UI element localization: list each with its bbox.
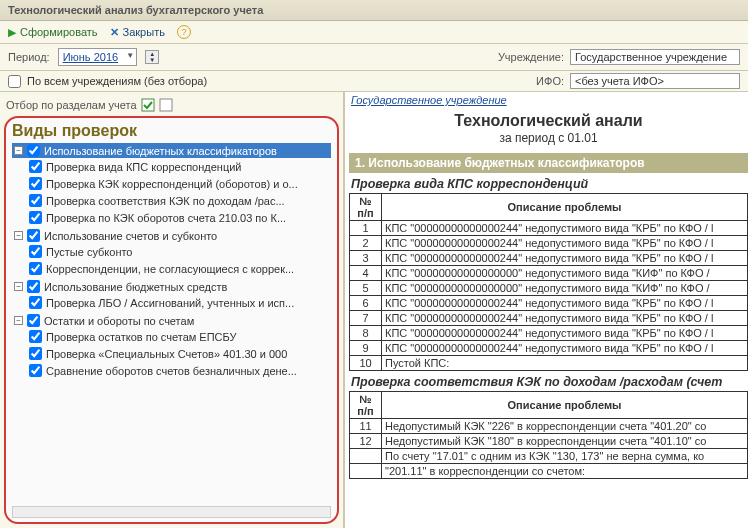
sidebar: Отбор по разделам учета Виды проверок −И…	[0, 92, 345, 528]
org-link[interactable]: Государственное учреждение	[349, 92, 748, 108]
item-checkbox[interactable]	[29, 364, 42, 377]
table-row: 6КПС "00000000000000244" недопустимого в…	[350, 296, 748, 311]
form-button-label: Сформировать	[20, 26, 98, 38]
table2: № п/п Описание проблемы 11Недопустимый К…	[349, 391, 748, 479]
tree-item[interactable]: Проверка соответствия КЭК по доходам /ра…	[26, 193, 331, 208]
cell-desc: Недопустимый КЭК "180" в корреспонденции…	[382, 434, 748, 449]
tree: −Использование бюджетных классификаторов…	[12, 142, 331, 380]
table-row: 5КПС "00000000000000000" недопустимого в…	[350, 281, 748, 296]
tree-item[interactable]: Пустые субконто	[26, 244, 331, 259]
window-title: Технологический анализ бухгалтерского уч…	[0, 0, 748, 21]
item-checkbox[interactable]	[29, 245, 42, 258]
item-checkbox[interactable]	[29, 211, 42, 224]
down-icon[interactable]: ▼	[146, 57, 158, 63]
collapse-icon[interactable]: −	[14, 282, 23, 291]
item-checkbox[interactable]	[29, 296, 42, 309]
cell-num: 7	[350, 311, 382, 326]
item-checkbox[interactable]	[29, 347, 42, 360]
group-checkbox[interactable]	[27, 280, 40, 293]
cell-desc: КПС "00000000000000244" недопустимого ви…	[382, 296, 748, 311]
group-label: Остатки и обороты по счетам	[44, 315, 194, 327]
table-row: 10Пустой КПС:	[350, 356, 748, 371]
tree-group[interactable]: −Использование бюджетных классификаторов	[12, 143, 331, 158]
filter-row: По всем учреждениям (без отбора) ИФО: <б…	[0, 71, 748, 92]
period-stepper[interactable]: ▲ ▼	[145, 50, 159, 64]
org-input[interactable]: Государственное учреждение	[570, 49, 740, 65]
item-checkbox[interactable]	[29, 262, 42, 275]
tree-item[interactable]: Проверка КЭК корреспонденций (оборотов) …	[26, 176, 331, 191]
cell-desc: Недопустимый КЭК "226" в корреспонденции…	[382, 419, 748, 434]
item-checkbox[interactable]	[29, 177, 42, 190]
cell-num: 4	[350, 266, 382, 281]
table-row: 12Недопустимый КЭК "180" в корреспонденц…	[350, 434, 748, 449]
tree-item[interactable]: Проверка ЛБО / Ассигнований, учтенных и …	[26, 295, 331, 310]
cell-desc: "201.11" в корреспонденции со счетом:	[382, 464, 748, 479]
close-button-label: Закрыть	[123, 26, 165, 38]
dropdown-icon: ▼	[126, 51, 134, 60]
item-label: Проверка вида КПС корреспонденций	[46, 161, 241, 173]
table-row: 9КПС "00000000000000244" недопустимого в…	[350, 341, 748, 356]
collapse-icon[interactable]: −	[14, 316, 23, 325]
table-row: По счету "17.01" с одним из КЭК "130, 17…	[350, 449, 748, 464]
tree-container: Виды проверок −Использование бюджетных к…	[4, 116, 339, 524]
close-button[interactable]: ✕ Закрыть	[110, 26, 165, 39]
table-row: 8КПС "00000000000000244" недопустимого в…	[350, 326, 748, 341]
cell-num: 2	[350, 236, 382, 251]
item-label: Корреспонденции, не согласующиеся с корр…	[46, 263, 294, 275]
cell-num: 12	[350, 434, 382, 449]
collapse-icon[interactable]: −	[14, 231, 23, 240]
table-row: "201.11" в корреспонденции со счетом:	[350, 464, 748, 479]
all-orgs-label: По всем учреждениям (без отбора)	[27, 75, 207, 87]
check-all-icon[interactable]	[141, 98, 155, 112]
table2-caption: Проверка соответствия КЭК по доходам /ра…	[349, 371, 748, 391]
section-header: 1. Использование бюджетных классификатор…	[349, 153, 748, 173]
tree-group[interactable]: −Использование бюджетных средств	[12, 279, 331, 294]
cell-desc: КПС "00000000000000244" недопустимого ви…	[382, 326, 748, 341]
item-checkbox[interactable]	[29, 160, 42, 173]
tree-item[interactable]: Проверка остатков по счетам ЕПСБУ	[26, 329, 331, 344]
item-label: Проверка соответствия КЭК по доходам /ра…	[46, 195, 285, 207]
cell-desc: КПС "00000000000000244" недопустимого ви…	[382, 251, 748, 266]
all-orgs-checkbox[interactable]	[8, 75, 21, 88]
cell-num: 3	[350, 251, 382, 266]
tree-item[interactable]: Проверка вида КПС корреспонденций	[26, 159, 331, 174]
cell-desc: По счету "17.01" с одним из КЭК "130, 17…	[382, 449, 748, 464]
scrollbar-horizontal[interactable]	[12, 506, 331, 518]
period-select[interactable]: Июнь 2016 ▼	[58, 48, 138, 66]
item-checkbox[interactable]	[29, 330, 42, 343]
tree-item[interactable]: Корреспонденции, не согласующиеся с корр…	[26, 261, 331, 276]
item-label: Проверка по КЭК оборотов счета 210.03 по…	[46, 212, 286, 224]
item-label: Проверка остатков по счетам ЕПСБУ	[46, 331, 237, 343]
table-row: 2КПС "00000000000000244" недопустимого в…	[350, 236, 748, 251]
cell-num	[350, 464, 382, 479]
help-icon[interactable]: ?	[177, 25, 191, 39]
params-bar: Период: Июнь 2016 ▼ ▲ ▼ Учреждение: Госу…	[0, 44, 748, 71]
group-checkbox[interactable]	[27, 314, 40, 327]
svg-rect-1	[160, 99, 172, 111]
table-row: 1КПС "00000000000000244" недопустимого в…	[350, 221, 748, 236]
tree-group[interactable]: −Использование счетов и субконто	[12, 228, 331, 243]
tree-item[interactable]: Проверка по КЭК оборотов счета 210.03 по…	[26, 210, 331, 225]
tree-item[interactable]: Сравнение оборотов счетов безналичных де…	[26, 363, 331, 378]
org-label: Учреждение:	[498, 51, 564, 63]
group-label: Использование бюджетных классификаторов	[44, 145, 277, 157]
uncheck-all-icon[interactable]	[159, 98, 173, 112]
table-row: 11Недопустимый КЭК "226" в корреспонденц…	[350, 419, 748, 434]
tree-group[interactable]: −Остатки и обороты по счетам	[12, 313, 331, 328]
cell-desc: КПС "00000000000000000" недопустимого ви…	[382, 266, 748, 281]
tree-item[interactable]: Проверка «Специальных Счетов» 401.30 и 0…	[26, 346, 331, 361]
group-checkbox[interactable]	[27, 144, 40, 157]
collapse-icon[interactable]: −	[14, 146, 23, 155]
cell-desc: КПС "00000000000000244" недопустимого ви…	[382, 236, 748, 251]
cell-desc: Пустой КПС:	[382, 356, 748, 371]
item-checkbox[interactable]	[29, 194, 42, 207]
ifo-input[interactable]: <без учета ИФО>	[570, 73, 740, 89]
cell-num: 11	[350, 419, 382, 434]
sections-label: Отбор по разделам учета	[6, 99, 137, 111]
form-button[interactable]: ▶ Сформировать	[8, 26, 98, 39]
group-checkbox[interactable]	[27, 229, 40, 242]
cell-desc: КПС "00000000000000244" недопустимого ви…	[382, 221, 748, 236]
tree-title: Виды проверок	[12, 122, 331, 140]
report-title: Технологический анали	[349, 112, 748, 130]
ifo-label: ИФО:	[536, 75, 564, 87]
